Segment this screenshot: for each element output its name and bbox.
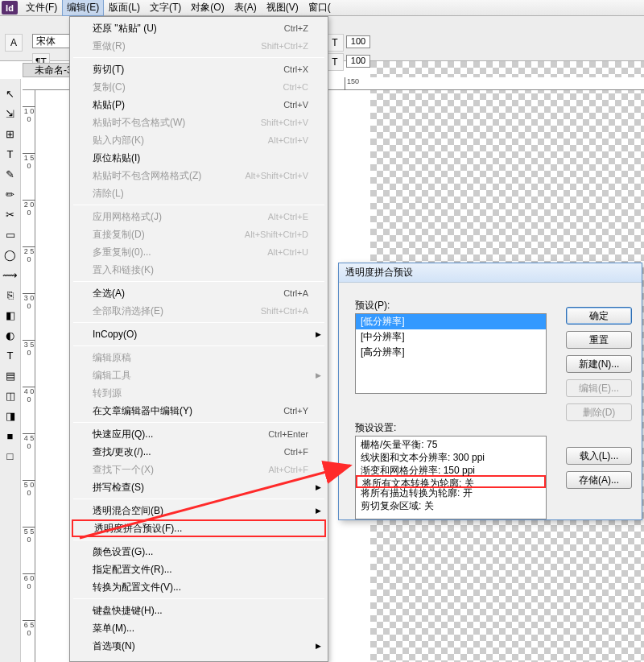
tool-2[interactable]: ⊞ bbox=[2, 126, 19, 142]
tool-1[interactable]: ⇲ bbox=[2, 106, 19, 122]
tool-10[interactable]: ⎘ bbox=[2, 287, 19, 303]
menu-item-label: 多重复制(0)... bbox=[93, 246, 267, 259]
menu-item[interactable]: 转换为配置文件(V)... bbox=[72, 578, 326, 596]
menu-item[interactable]: 快速应用(Q)...Ctrl+Enter bbox=[72, 425, 326, 443]
menu-item-label: 拼写检查(S) bbox=[93, 481, 308, 494]
menu-5[interactable]: 表(A) bbox=[229, 0, 262, 16]
submenu-arrow-icon: ▶ bbox=[316, 642, 321, 650]
tool-16[interactable]: ◨ bbox=[2, 408, 19, 424]
menubar: Id 文件(F)编辑(E)版面(L)文字(T)对象(O)表(A)视图(V)窗口( bbox=[0, 0, 644, 16]
menu-item: 查找下一个(X)Alt+Ctrl+F bbox=[72, 461, 326, 478]
ruler-v-tick: 2 0 0 bbox=[23, 200, 35, 217]
menu-item-shortcut: Ctrl+X bbox=[283, 64, 308, 74]
menu-item[interactable]: 指定配置文件(R)... bbox=[72, 561, 326, 578]
tool-11[interactable]: ◧ bbox=[2, 307, 19, 323]
edit-menu-dropdown: 还原 "粘贴" (U)Ctrl+Z重做(R)Shift+Ctrl+Z剪切(T)C… bbox=[69, 16, 328, 662]
menu-item[interactable]: 在文章编辑器中编辑(Y)Ctrl+Y bbox=[72, 402, 326, 420]
tool-13[interactable]: T bbox=[2, 347, 19, 363]
menu-item-shortcut: Shift+Ctrl+V bbox=[261, 118, 308, 127]
menu-6[interactable]: 视图(V) bbox=[262, 0, 303, 16]
menu-item: 全部取消选择(E)Shift+Ctrl+A bbox=[72, 302, 326, 320]
menu-item[interactable]: 透明混合空间(B)▶ bbox=[72, 502, 326, 519]
menu-item-label: 直接复制(D) bbox=[93, 228, 245, 242]
submenu-arrow-icon: ▶ bbox=[316, 483, 321, 491]
menu-item-shortcut: Shift+Ctrl+Z bbox=[261, 41, 308, 51]
menu-item[interactable]: 透明度拼合预设(F)... bbox=[72, 519, 326, 537]
menu-item-label: 首选项(N) bbox=[93, 639, 308, 653]
ruler-v-tick: 4 5 0 bbox=[23, 433, 35, 450]
tool-0[interactable]: ↖ bbox=[2, 85, 19, 101]
ok-button[interactable]: 确定 bbox=[566, 307, 632, 325]
tool-5[interactable]: ✏ bbox=[2, 186, 19, 202]
menu-item-label: 重做(R) bbox=[93, 39, 261, 53]
preset-list[interactable]: [低分辨率][中分辨率][高分辨率] bbox=[355, 313, 547, 394]
tool-3[interactable]: T bbox=[2, 146, 19, 162]
ruler-tick: 150 bbox=[345, 77, 359, 90]
font-select[interactable]: 宋体 bbox=[32, 34, 72, 48]
menu-separator bbox=[73, 422, 324, 423]
scale-y-field[interactable]: 100 bbox=[346, 55, 370, 68]
new-button[interactable]: 新建(N)... bbox=[566, 355, 632, 373]
preset-option[interactable]: [高分辨率] bbox=[356, 345, 546, 360]
menu-item: 转到源 bbox=[72, 384, 326, 402]
menu-item[interactable]: 剪切(T)Ctrl+X bbox=[72, 60, 326, 78]
menu-3[interactable]: 文字(T) bbox=[145, 0, 186, 16]
menu-2[interactable]: 版面(L) bbox=[104, 0, 145, 16]
tool-4[interactable]: ✎ bbox=[2, 166, 19, 182]
ruler-v-tick: 1 5 0 bbox=[23, 153, 35, 170]
preset-label: 预设(P): bbox=[355, 299, 390, 312]
tool-17[interactable]: ■ bbox=[2, 428, 19, 444]
menu-item[interactable]: 粘贴(P)Ctrl+V bbox=[72, 96, 326, 114]
menu-item: 置入和链接(K) bbox=[72, 261, 326, 279]
load-button[interactable]: 载入(L)... bbox=[566, 447, 632, 465]
preset-option[interactable]: [低分辨率] bbox=[356, 314, 546, 329]
menu-item-shortcut: Alt+Ctrl+E bbox=[268, 212, 308, 221]
settings-line: 将所有描边转换为轮廓: 开 bbox=[356, 486, 546, 499]
ruler-v-tick: 4 0 0 bbox=[23, 387, 35, 403]
tool-6[interactable]: ✂ bbox=[2, 206, 19, 222]
menu-7[interactable]: 窗口( bbox=[303, 0, 336, 16]
menu-item[interactable]: 还原 "粘贴" (U)Ctrl+Z bbox=[72, 19, 326, 37]
menu-item[interactable]: 全选(A)Ctrl+A bbox=[72, 284, 326, 302]
menu-1[interactable]: 编辑(E) bbox=[62, 0, 104, 16]
menu-item[interactable]: InCopy(O)▶ bbox=[72, 325, 326, 343]
menu-item-label: InCopy(O) bbox=[93, 329, 308, 340]
menu-item[interactable]: 菜单(M)... bbox=[72, 619, 326, 637]
reset-button[interactable]: 重置 bbox=[566, 331, 632, 349]
tool-7[interactable]: ▭ bbox=[2, 226, 19, 242]
ruler-vertical: 1 0 01 5 02 0 02 5 03 0 03 5 04 0 04 5 0… bbox=[23, 90, 35, 662]
menu-item-label: 转换为配置文件(V)... bbox=[93, 581, 308, 594]
settings-line: 剪切复杂区域: 关 bbox=[356, 499, 546, 512]
menu-item[interactable]: 查找/更改(/)...Ctrl+F bbox=[72, 443, 326, 461]
menu-item: 粘贴时不包含格式(W)Shift+Ctrl+V bbox=[72, 114, 326, 131]
ruler-v-tick: 5 5 0 bbox=[23, 527, 35, 544]
menu-item-label: 编辑原稿 bbox=[93, 351, 308, 365]
menu-item[interactable]: 颜色设置(G)... bbox=[72, 543, 326, 561]
submenu-arrow-icon: ▶ bbox=[316, 330, 321, 338]
menu-item[interactable]: 原位粘贴(I) bbox=[72, 149, 326, 167]
tool-strip: ↖⇲⊞T✎✏✂▭◯⟿⎘◧◐T▤◫◨■□ bbox=[0, 79, 21, 662]
save-button[interactable]: 存储(A)... bbox=[566, 471, 632, 489]
settings-line: 栅格/矢量平衡: 75 bbox=[356, 438, 546, 451]
submenu-arrow-icon: ▶ bbox=[316, 507, 321, 515]
tool-9[interactable]: ⟿ bbox=[2, 267, 19, 283]
menu-0[interactable]: 文件(F) bbox=[21, 0, 62, 16]
tool-15[interactable]: ◫ bbox=[2, 387, 19, 403]
menu-4[interactable]: 对象(O) bbox=[186, 0, 229, 16]
tool-14[interactable]: ▤ bbox=[2, 367, 19, 383]
menu-item-label: 键盘快捷键(H)... bbox=[93, 604, 308, 618]
menu-item-shortcut: Alt+Ctrl+V bbox=[268, 135, 308, 145]
menu-item-shortcut: Ctrl+A bbox=[283, 288, 308, 298]
menu-item: 粘贴时不包含网格格式(Z)Alt+Shift+Ctrl+V bbox=[72, 167, 326, 184]
char-panel-button[interactable]: A bbox=[5, 34, 23, 52]
menu-item[interactable]: 拼写检查(S)▶ bbox=[72, 478, 326, 496]
tool-8[interactable]: ◯ bbox=[2, 246, 19, 263]
menu-item[interactable]: 首选项(N)▶ bbox=[72, 637, 326, 655]
scale-x-field[interactable]: 100 bbox=[346, 35, 370, 48]
document-tab-label: 未命名-3 bbox=[35, 64, 72, 77]
preset-option[interactable]: [中分辨率] bbox=[356, 329, 546, 345]
tool-12[interactable]: ◐ bbox=[2, 327, 19, 343]
menu-item[interactable]: 键盘快捷键(H)... bbox=[72, 602, 326, 619]
tool-18[interactable]: □ bbox=[2, 448, 19, 464]
scale-x-icon: T bbox=[326, 34, 344, 52]
